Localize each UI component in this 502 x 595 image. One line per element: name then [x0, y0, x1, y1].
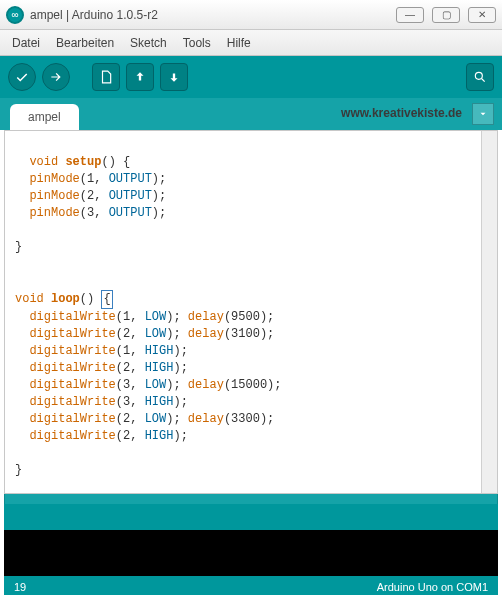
code-token-func: pinMode [29, 172, 79, 186]
upload-button[interactable] [42, 63, 70, 91]
code-token-func: digitalWrite [29, 327, 115, 341]
menu-bearbeiten[interactable]: Bearbeiten [50, 33, 120, 53]
status-line-number: 19 [14, 581, 26, 593]
code-token-const: OUTPUT [109, 172, 152, 186]
code-token-func: delay [188, 310, 224, 324]
arduino-logo-icon [6, 6, 24, 24]
code-token-func: digitalWrite [29, 310, 115, 324]
code-token-func: delay [188, 412, 224, 426]
message-area [4, 504, 498, 530]
code-token-func: digitalWrite [29, 344, 115, 358]
tab-url: www.kreativekiste.de [341, 106, 462, 120]
code-token-const: HIGH [145, 395, 174, 409]
window-title: ampel | Arduino 1.0.5-r2 [30, 8, 396, 22]
menu-hilfe[interactable]: Hilfe [221, 33, 257, 53]
menu-datei[interactable]: Datei [6, 33, 46, 53]
magnifier-icon [473, 70, 487, 84]
menu-sketch[interactable]: Sketch [124, 33, 173, 53]
code-token-type: void [15, 292, 44, 306]
code-token-const: LOW [145, 327, 167, 341]
code-token-name: loop [51, 292, 80, 306]
check-icon [15, 70, 29, 84]
window-titlebar: ampel | Arduino 1.0.5-r2 — ▢ ✕ [0, 0, 502, 30]
file-icon [99, 70, 113, 84]
code-token-func: digitalWrite [29, 378, 115, 392]
code-token-const: OUTPUT [109, 189, 152, 203]
code-token-func: pinMode [29, 206, 79, 220]
tab-bar: ampel www.kreativekiste.de [0, 98, 502, 130]
arrow-up-icon [133, 70, 147, 84]
open-button[interactable] [126, 63, 154, 91]
editor-separator[interactable] [4, 494, 498, 504]
code-token-const: HIGH [145, 344, 174, 358]
toolbar [0, 56, 502, 98]
tab-ampel[interactable]: ampel [10, 104, 79, 130]
code-token-func: digitalWrite [29, 412, 115, 426]
menu-bar: Datei Bearbeiten Sketch Tools Hilfe [0, 30, 502, 56]
code-token-func: pinMode [29, 189, 79, 203]
new-button[interactable] [92, 63, 120, 91]
code-token-const: OUTPUT [109, 206, 152, 220]
verify-button[interactable] [8, 63, 36, 91]
code-token-const: LOW [145, 378, 167, 392]
code-token-func: digitalWrite [29, 429, 115, 443]
vertical-scrollbar[interactable] [481, 131, 497, 493]
menu-tools[interactable]: Tools [177, 33, 217, 53]
console-output [4, 530, 498, 576]
tab-menu-button[interactable] [472, 103, 494, 125]
code-token-const: HIGH [145, 429, 174, 443]
maximize-button[interactable]: ▢ [432, 7, 460, 23]
code-token-const: LOW [145, 310, 167, 324]
close-button[interactable]: ✕ [468, 7, 496, 23]
arrow-right-icon [49, 70, 63, 84]
code-token-const: HIGH [145, 361, 174, 375]
code-token-func: delay [188, 327, 224, 341]
code-token-name: setup [65, 155, 101, 169]
code-token-type: void [29, 155, 58, 169]
code-token-func: delay [188, 378, 224, 392]
save-button[interactable] [160, 63, 188, 91]
bracket-highlight: { [101, 290, 112, 309]
minimize-button[interactable]: — [396, 7, 424, 23]
status-bar: 19 Arduino Uno on COM1 [4, 576, 498, 595]
code-token-func: digitalWrite [29, 395, 115, 409]
code-editor[interactable]: void setup() { pinMode(1, OUTPUT); pinMo… [4, 130, 498, 494]
arrow-down-icon [167, 70, 181, 84]
svg-point-0 [475, 72, 482, 79]
code-token-func: digitalWrite [29, 361, 115, 375]
chevron-down-icon [478, 109, 488, 119]
status-board: Arduino Uno on COM1 [377, 581, 488, 593]
code-token-const: LOW [145, 412, 167, 426]
serial-monitor-button[interactable] [466, 63, 494, 91]
window-controls: — ▢ ✕ [396, 7, 496, 23]
